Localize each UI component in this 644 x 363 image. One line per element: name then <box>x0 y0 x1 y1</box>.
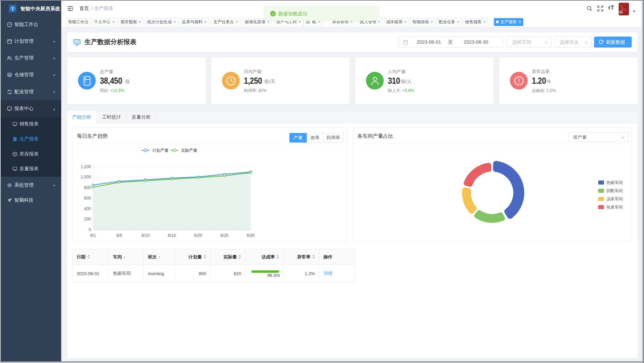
svg-text:热厨车间: 热厨车间 <box>606 180 623 185</box>
svg-text:6/5: 6/5 <box>116 233 122 238</box>
svg-text:实际产量: 实际产量 <box>181 148 197 153</box>
svg-text:400: 400 <box>84 206 91 211</box>
svg-text:1,200: 1,200 <box>81 164 91 169</box>
svg-text:6/30: 6/30 <box>247 233 255 238</box>
svg-text:包装车间: 包装车间 <box>606 205 623 210</box>
svg-text:6/10: 6/10 <box>142 233 150 238</box>
svg-text:200: 200 <box>84 217 91 221</box>
svg-text:6/20: 6/20 <box>194 233 202 238</box>
svg-text:6/15: 6/15 <box>168 233 176 238</box>
svg-text:6/25: 6/25 <box>220 233 228 238</box>
svg-text:凉菜车间: 凉菜车间 <box>606 197 623 201</box>
svg-text:切配车间: 切配车间 <box>606 188 623 193</box>
svg-text:计划产量: 计划产量 <box>152 148 169 153</box>
svg-text:0: 0 <box>89 227 91 232</box>
svg-text:600: 600 <box>84 196 91 201</box>
svg-text:1,000: 1,000 <box>81 175 91 179</box>
svg-text:800: 800 <box>84 185 91 190</box>
svg-text:6/1: 6/1 <box>90 233 96 238</box>
